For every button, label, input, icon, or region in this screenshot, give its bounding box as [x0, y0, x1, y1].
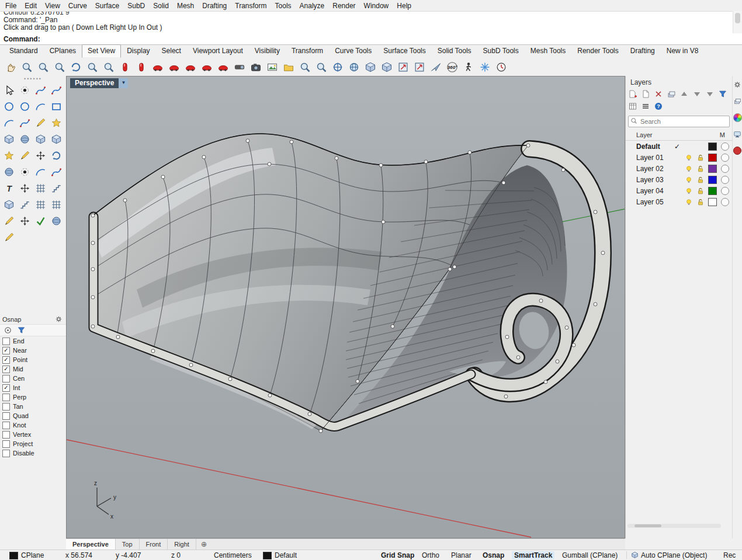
- fillet-tool-icon[interactable]: [2, 116, 16, 130]
- menu-subd[interactable]: SubD: [123, 1, 149, 11]
- view-iso-icon[interactable]: [216, 60, 230, 74]
- layer-color-swatch[interactable]: [708, 176, 717, 184]
- tab-display[interactable]: Display: [121, 44, 155, 58]
- circle-tool-icon[interactable]: [2, 99, 16, 114]
- fly-mode-icon[interactable]: [429, 60, 443, 74]
- collapse-layers-icon[interactable]: [705, 89, 715, 99]
- helix-tool-icon[interactable]: [49, 165, 64, 179]
- layer-row-05[interactable]: Layer 05: [626, 196, 732, 207]
- tab-render-tools[interactable]: Render Tools: [571, 44, 625, 58]
- menu-surface[interactable]: Surface: [91, 1, 123, 11]
- osnap-perp[interactable]: Perp: [0, 392, 66, 402]
- new-viewport-tab-button[interactable]: ⊕: [196, 539, 211, 549]
- move-layer-up-icon[interactable]: [679, 89, 689, 99]
- snowflake-icon[interactable]: [478, 60, 492, 74]
- transform-tool-icon[interactable]: [18, 181, 32, 196]
- delete-layer-icon[interactable]: [654, 89, 663, 99]
- layer-lock-icon[interactable]: [696, 187, 705, 195]
- surface-tool-icon[interactable]: [2, 165, 16, 179]
- point-cloud-icon[interactable]: [18, 165, 32, 179]
- move-layer-down-icon[interactable]: [692, 89, 702, 99]
- viewport-canvas[interactable]: z y x: [67, 76, 625, 538]
- command-scrollbar[interactable]: [733, 11, 742, 33]
- box-tool-icon[interactable]: [2, 132, 16, 147]
- lattice-tool-icon[interactable]: [49, 197, 64, 212]
- menu-curve[interactable]: Curve: [64, 1, 91, 11]
- tab-standard[interactable]: Standard: [4, 44, 44, 58]
- contour-tool-icon[interactable]: [49, 181, 64, 196]
- ellipse-tool-icon[interactable]: [18, 99, 32, 114]
- view-clock-icon[interactable]: [494, 60, 508, 74]
- layer-color-swatch[interactable]: [708, 165, 717, 173]
- layer-visibility-bulb-icon[interactable]: [685, 165, 693, 173]
- sketch-tool-icon[interactable]: [18, 148, 32, 163]
- check-tool-icon[interactable]: [33, 214, 48, 228]
- layer-lock-icon[interactable]: [696, 165, 705, 173]
- set-cplane-icon[interactable]: [331, 60, 345, 74]
- rotate-view-icon[interactable]: [69, 60, 83, 74]
- osnap-mid[interactable]: ✓Mid: [0, 364, 66, 374]
- menu-transform[interactable]: Transform: [231, 1, 271, 11]
- layer-columns-icon[interactable]: [628, 102, 637, 111]
- osnap-point[interactable]: ✓Point: [0, 355, 66, 364]
- materials-tab-icon[interactable]: [733, 113, 742, 122]
- osnap-disable[interactable]: Disable: [0, 448, 66, 458]
- move-tool-icon[interactable]: [33, 148, 48, 163]
- menu-help[interactable]: Help: [393, 1, 415, 11]
- osnap-gear-icon[interactable]: [55, 315, 63, 323]
- photo-view-icon[interactable]: [265, 60, 279, 74]
- tab-drafting[interactable]: Drafting: [625, 44, 661, 58]
- menu-mesh[interactable]: Mesh: [173, 1, 198, 11]
- menu-tools[interactable]: Tools: [271, 1, 296, 11]
- view-right-icon[interactable]: [167, 60, 181, 74]
- zoom-extents-icon[interactable]: [85, 60, 99, 74]
- rock-tool-icon[interactable]: [49, 214, 64, 228]
- viewport-title-label[interactable]: Perspective: [70, 78, 119, 88]
- layer-filter-icon[interactable]: [718, 89, 727, 99]
- osnap-project[interactable]: Project: [0, 439, 66, 448]
- viewport-tab-front[interactable]: Front: [140, 539, 168, 549]
- osnap-target-icon[interactable]: [4, 326, 12, 335]
- cplane-world-icon[interactable]: [347, 60, 361, 74]
- status-osnap[interactable]: Osnap: [483, 551, 504, 559]
- tab-transform[interactable]: Transform: [286, 44, 329, 58]
- tab-mesh-tools[interactable]: Mesh Tools: [525, 44, 571, 58]
- layer-menu-icon[interactable]: [641, 102, 650, 111]
- view-left-icon[interactable]: [151, 60, 165, 74]
- layers-tab-icon[interactable]: [733, 97, 741, 105]
- layer-row-04[interactable]: Layer 04: [626, 185, 732, 196]
- set-view-icon[interactable]: [412, 60, 427, 74]
- tab-viewport-layout[interactable]: Viewport Layout: [187, 44, 249, 58]
- viewport-title[interactable]: Perspective ▼: [70, 78, 128, 88]
- status-cplane[interactable]: CPlane: [21, 551, 44, 559]
- layer-material-icon[interactable]: [721, 176, 729, 184]
- open-view-file-icon[interactable]: [282, 60, 296, 74]
- osnap-end[interactable]: End: [0, 336, 66, 346]
- tab-new-in-v8[interactable]: New in V8: [661, 44, 705, 58]
- new-sublayer-icon[interactable]: [641, 89, 650, 99]
- view-front-icon[interactable]: [183, 60, 197, 74]
- layer-visibility-bulb-icon[interactable]: [685, 187, 693, 195]
- rendering-tab-icon[interactable]: [733, 147, 741, 155]
- osnap-int[interactable]: ✓Int: [0, 383, 66, 392]
- osnap-quad[interactable]: Quad: [0, 411, 66, 420]
- walkabout-icon[interactable]: [462, 60, 476, 74]
- view-back-icon[interactable]: [200, 60, 214, 74]
- layer-row-01[interactable]: Layer 01: [626, 152, 732, 163]
- panel-gear-icon[interactable]: [733, 81, 741, 89]
- named-view-save-icon[interactable]: [134, 60, 148, 74]
- point-tool-icon[interactable]: [18, 83, 32, 98]
- menu-view[interactable]: View: [41, 1, 64, 11]
- arc-tool-icon[interactable]: [33, 99, 48, 114]
- current-layer-check[interactable]: ✓: [671, 142, 683, 151]
- status-auto-cplane[interactable]: Auto CPlane (Object): [641, 551, 707, 559]
- array-tool-icon[interactable]: [33, 181, 48, 196]
- menu-render[interactable]: Render: [328, 1, 359, 11]
- grid-tool-icon[interactable]: [33, 197, 48, 212]
- cplane-color-swatch[interactable]: [9, 552, 18, 559]
- tab-visibility[interactable]: Visibility: [249, 44, 286, 58]
- command-prompt[interactable]: Command:: [0, 33, 742, 45]
- ramp-tool-icon[interactable]: [18, 197, 32, 212]
- layers-horizontal-scrollbar[interactable]: [627, 524, 721, 528]
- tab-set-view[interactable]: Set View: [82, 44, 121, 58]
